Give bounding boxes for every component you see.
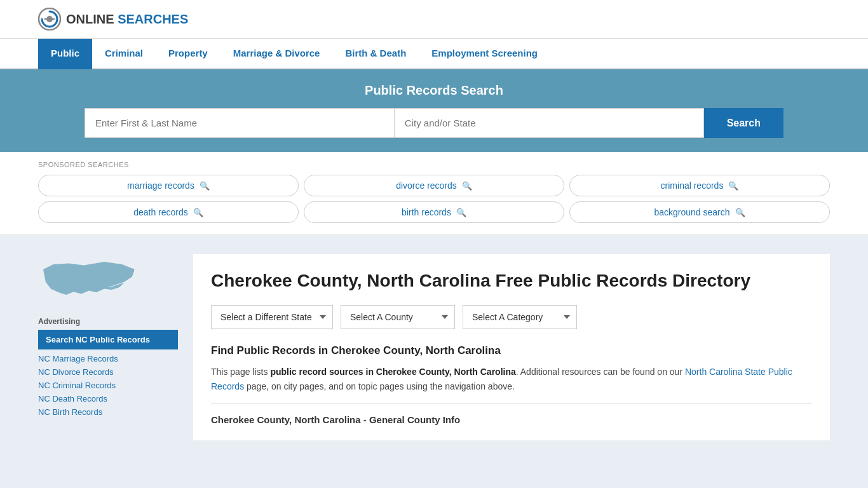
sidebar-link-criminal[interactable]: NC Criminal Records bbox=[38, 379, 178, 392]
search-banner: Public Records Search Search bbox=[0, 69, 868, 152]
search-icon-marriage: 🔍 bbox=[200, 181, 210, 191]
desc-bold: public record sources in Cherokee County… bbox=[270, 367, 515, 377]
search-icon-birth: 🔍 bbox=[456, 208, 466, 217]
nav-item-birth-death[interactable]: Birth & Death bbox=[332, 39, 419, 69]
sponsored-birth-label: birth records bbox=[402, 207, 451, 217]
sponsored-divorce-records[interactable]: divorce records 🔍 bbox=[304, 175, 564, 196]
county-info-title: Cherokee County, North Carolina - Genera… bbox=[211, 414, 812, 425]
sidebar-link-death[interactable]: NC Death Records bbox=[38, 392, 178, 405]
city-state-input[interactable] bbox=[394, 108, 704, 138]
sponsored-death-records[interactable]: death records 🔍 bbox=[38, 201, 299, 223]
find-records-title: Find Public Records in Cherokee County, … bbox=[211, 344, 812, 357]
logo-searches: SEARCHES bbox=[118, 12, 188, 26]
sponsored-death-label: death records bbox=[133, 207, 188, 217]
sidebar-ad-active[interactable]: Search NC Public Records bbox=[38, 330, 178, 349]
name-input[interactable] bbox=[85, 108, 394, 138]
search-form: Search bbox=[85, 108, 783, 138]
main-content: Advertising Search NC Public Records NC … bbox=[0, 235, 868, 459]
nav-item-criminal[interactable]: Criminal bbox=[92, 39, 156, 69]
desc-part2: . Additional resources can be found on o… bbox=[516, 367, 685, 377]
logo-icon bbox=[38, 8, 61, 30]
sponsored-divorce-label: divorce records bbox=[396, 180, 457, 191]
divider bbox=[211, 403, 812, 404]
nav-item-employment[interactable]: Employment Screening bbox=[419, 39, 550, 69]
search-banner-title: Public Records Search bbox=[38, 83, 830, 98]
logo-text: ONLINE SEARCHES bbox=[66, 12, 188, 27]
sidebar-link-birth[interactable]: NC Birth Records bbox=[38, 405, 178, 419]
sidebar: Advertising Search NC Public Records NC … bbox=[38, 254, 178, 440]
search-icon-death: 🔍 bbox=[193, 208, 203, 217]
sponsored-marriage-label: marriage records bbox=[127, 180, 194, 191]
sponsored-criminal-label: criminal records bbox=[661, 180, 724, 191]
nav-item-public[interactable]: Public bbox=[38, 39, 92, 69]
sponsored-marriage-records[interactable]: marriage records 🔍 bbox=[38, 175, 299, 196]
sponsored-background-search[interactable]: background search 🔍 bbox=[569, 201, 830, 223]
description-text: This page lists public record sources in… bbox=[211, 365, 812, 393]
header: ONLINE SEARCHES bbox=[0, 0, 868, 39]
search-icon-criminal: 🔍 bbox=[728, 181, 738, 191]
sponsored-birth-records[interactable]: birth records 🔍 bbox=[304, 201, 564, 223]
sponsored-label: SPONSORED SEARCHES bbox=[38, 161, 830, 168]
logo[interactable]: ONLINE SEARCHES bbox=[38, 8, 188, 30]
state-map bbox=[38, 254, 178, 307]
page-title: Cherokee County, North Carolina Free Pub… bbox=[211, 269, 812, 292]
navigation: Public Criminal Property Marriage & Divo… bbox=[0, 39, 868, 69]
sponsored-section: SPONSORED SEARCHES marriage records 🔍 di… bbox=[0, 152, 868, 235]
county-dropdown[interactable]: Select A County bbox=[341, 305, 455, 329]
search-icon-divorce: 🔍 bbox=[462, 181, 472, 191]
search-icon-background: 🔍 bbox=[735, 208, 745, 217]
nc-map-svg bbox=[38, 254, 140, 305]
state-dropdown[interactable]: Select a Different State bbox=[211, 305, 333, 329]
dropdowns-row: Select a Different State Select A County… bbox=[211, 305, 812, 329]
sidebar-link-divorce[interactable]: NC Divorce Records bbox=[38, 365, 178, 379]
content-area: Cherokee County, North Carolina Free Pub… bbox=[193, 254, 830, 440]
sponsored-criminal-records[interactable]: criminal records 🔍 bbox=[569, 175, 830, 196]
nav-item-property[interactable]: Property bbox=[156, 39, 220, 69]
search-button[interactable]: Search bbox=[704, 108, 783, 138]
sponsored-background-label: background search bbox=[654, 207, 729, 217]
sidebar-link-marriage[interactable]: NC Marriage Records bbox=[38, 352, 178, 365]
sponsored-grid: marriage records 🔍 divorce records 🔍 cri… bbox=[38, 175, 830, 223]
desc-part3: page, on city pages, and on topic pages … bbox=[244, 381, 515, 391]
category-dropdown[interactable]: Select A Category bbox=[463, 305, 577, 329]
nav-item-marriage-divorce[interactable]: Marriage & Divorce bbox=[220, 39, 333, 69]
logo-online: ONLINE bbox=[66, 12, 114, 26]
advertising-label: Advertising bbox=[38, 317, 178, 326]
desc-part1: This page lists bbox=[211, 367, 270, 377]
